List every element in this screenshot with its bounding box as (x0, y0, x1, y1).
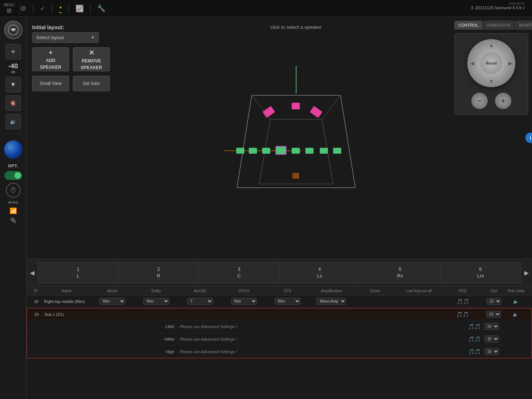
tab-number-1: 1 (40, 266, 116, 273)
th-auro3d: Auro3D (178, 288, 222, 294)
jog-wheel[interactable]: ▲ ▼ ◀ ▶ Reset (467, 39, 515, 87)
dts-select-18[interactable]: Rtm (275, 298, 301, 305)
tab-letter-4: Ls (281, 273, 358, 279)
td-18-n: 18 (30, 299, 43, 304)
speaker-buttons-row: + ADD SPEAKER ✕ REMOVE SPEAKER (32, 47, 136, 71)
menu-label: MENU ⊞ (4, 3, 14, 14)
tab-control[interactable]: CONTROL (454, 21, 482, 30)
zoom-in-button[interactable]: + (495, 93, 511, 109)
out-select-18[interactable]: 22 (487, 298, 501, 305)
zoom-out-button[interactable]: − (471, 93, 488, 109)
speaker-tab-3[interactable]: 3 C (199, 262, 279, 283)
sub-row-high: High Please use Advanced Settings ! 🎵🎵 1… (27, 345, 532, 358)
add-speaker-button[interactable]: + ADD SPEAKER (32, 47, 69, 71)
speaker-tab-6[interactable]: 6 Lrs (440, 262, 521, 283)
out-select-lmid[interactable]: 14 (484, 323, 499, 330)
td-18-atmos: Rtm (91, 297, 134, 306)
th-low-freq: Low freq cut-off (397, 288, 441, 294)
peq-icon-19[interactable]: 🎵🎵 (456, 311, 469, 317)
tab-number-6: 6 (442, 266, 519, 273)
check-icon[interactable]: ✓ (40, 4, 45, 13)
out-select-hmid[interactable]: 15 (484, 335, 499, 342)
td-19-noise[interactable]: 🔈 (503, 311, 529, 318)
remove-speaker-label2: SPEAKER (81, 65, 102, 70)
opt-toggle[interactable] (4, 171, 22, 180)
volume-display: -40 dB (8, 62, 18, 74)
peq-icon-lmid[interactable]: 🎵🎵 (468, 324, 481, 330)
small-view-button[interactable]: Small View (32, 76, 69, 91)
th-driver: Driver (353, 288, 397, 294)
add-speaker-label2: SPEAKER (40, 65, 61, 70)
initial-layout-label: Initial layout: (32, 24, 136, 30)
speaker-tab-1[interactable]: 1 L (38, 262, 119, 283)
td-19-driver (353, 314, 397, 315)
td-19-dolby (135, 314, 178, 315)
atmos-select-18[interactable]: Rtm (99, 298, 125, 305)
toolbar-icons: ⚙ ✓ ▪ 📈 🔧 (20, 3, 105, 14)
main-container: + -40 dB ▼ 🔇 🔉 OPT. ⏱ 48 kHz 📶 🔌 (0, 17, 532, 399)
peq-icon-high[interactable]: 🎵🎵 (468, 349, 481, 355)
lmid-adv-text: Please use Advanced Settings ! (180, 324, 237, 329)
top-bar: MENU ⊞ ⚙ ✓ ▪ 📈 🔧 PRESETS 3: 20211129 Sur… (0, 0, 532, 17)
speaker-map-svg[interactable] (222, 58, 370, 217)
peq-icon-18[interactable]: 🎵🎵 (457, 299, 469, 304)
view-buttons-row: Small View Set Gain (32, 76, 136, 91)
tool-icon[interactable]: 🔧 (97, 4, 105, 13)
zoom-controls: − + (471, 93, 511, 109)
chart-icon[interactable]: 📈 (75, 4, 84, 13)
td-18-out: 22 (485, 297, 503, 306)
speaker-tab-2[interactable]: 2 R (119, 262, 199, 283)
tab-dimension[interactable]: DIMENSION (483, 21, 514, 30)
td-19-low-freq (397, 314, 441, 315)
svg-rect-22 (292, 173, 299, 179)
speaker-tab-5[interactable]: 5 Rs (360, 262, 441, 283)
speaker-tab-4[interactable]: 4 Ls (279, 262, 360, 283)
hmid-label: HMid (165, 337, 174, 341)
auro3d-select-18[interactable]: T (187, 298, 213, 305)
remove-speaker-button[interactable]: ✕ REMOVE SPEAKER (73, 47, 110, 71)
add-icon: + (49, 49, 53, 57)
tab-number-2: 2 (121, 266, 197, 273)
svg-line-5 (322, 95, 340, 119)
td-19-amp (309, 314, 353, 315)
svg-rect-16 (262, 148, 270, 154)
select-layout-dropdown[interactable]: Select layout ▼ (32, 32, 99, 43)
tab-monitoring[interactable]: MONITORING (515, 21, 532, 30)
upper-panel: Initial layout: Select layout ▼ + ADD SP… (27, 17, 532, 259)
set-gain-button[interactable]: Set Gain (73, 76, 110, 91)
td-19-atmos (91, 314, 135, 315)
td-18-peq: 🎵🎵 (441, 298, 485, 305)
gear-icon[interactable]: ⚙ (20, 4, 26, 13)
dolby-select-18[interactable]: Rtm (143, 298, 169, 305)
dtsx-select-18[interactable]: Rtm (231, 298, 257, 305)
svg-rect-13 (292, 103, 300, 109)
th-name: Name (43, 288, 91, 294)
mute-button[interactable]: 🔇 (6, 95, 21, 111)
sub-row-hmid: HMid Please use Advanced Settings ! 🎵🎵 1… (27, 333, 532, 345)
volume-down-button[interactable]: ▼ (6, 77, 21, 92)
td-19-n: 19 (30, 311, 43, 317)
amp-select-18[interactable]: Mono-Amp (316, 298, 346, 305)
add-button[interactable]: + (6, 44, 21, 59)
table-header: N° Name Atmos Dolby Auro3D DTS:X DTS Amp… (27, 287, 532, 296)
table-row-18[interactable]: 18 Right-top middle (Rtm) Rtm Rtm T Rtm (27, 296, 532, 307)
td-19-peq: 🎵🎵 (441, 311, 484, 318)
tab-number-5: 5 (362, 266, 438, 273)
prev-tab-button[interactable]: ◀ (27, 269, 38, 276)
freq-label: 48 kHz (8, 201, 18, 204)
remove-icon: ✕ (89, 49, 94, 57)
app-logo (4, 21, 23, 39)
display-icon[interactable]: ▪ (59, 4, 61, 13)
td-18-driver (353, 301, 397, 302)
th-dtsx: DTS:X (222, 288, 265, 294)
speaker-map[interactable]: click to select a speaker (141, 17, 451, 259)
out-select-high[interactable]: 16 (484, 348, 499, 355)
high-adv-text: Please use Advanced Settings ! (180, 349, 237, 354)
next-tab-button[interactable]: ▶ (521, 269, 532, 276)
speaker-button[interactable]: 🔉 (6, 114, 21, 129)
peq-icon-hmid[interactable]: 🎵🎵 (468, 336, 481, 342)
svg-rect-20 (320, 148, 328, 154)
table-row-19[interactable]: 19 Sub 1 (S1) 🎵🎵 (27, 308, 532, 320)
td-18-noise[interactable]: 🔈 (503, 298, 529, 305)
out-select-19[interactable]: 13 (486, 311, 501, 318)
